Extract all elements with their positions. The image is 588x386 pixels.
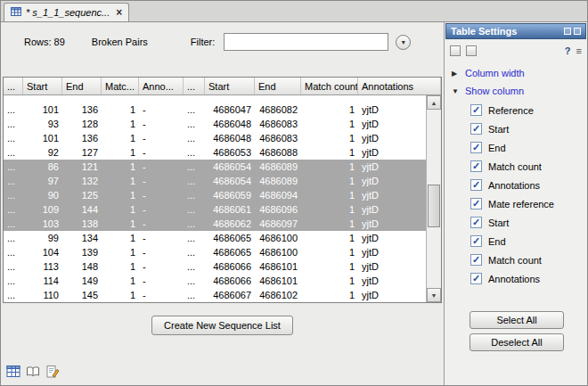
section-show-column[interactable]: ▼ Show column bbox=[450, 82, 584, 100]
show-column-list: ✓Reference✓Start✓End✓Match count✓Annotat… bbox=[450, 101, 584, 288]
table-cell: 1 bbox=[301, 174, 358, 188]
table-row[interactable]: ...1141491-...468606646861011yjtD bbox=[4, 274, 426, 288]
checkbox-icon[interactable]: ✓ bbox=[470, 123, 482, 135]
table-cell: 4686065 bbox=[205, 231, 255, 245]
table-cell: 4686054 bbox=[205, 160, 255, 174]
show-column-option-match-count[interactable]: ✓Match count bbox=[470, 157, 584, 176]
column-header[interactable]: ... bbox=[184, 78, 205, 94]
column-header[interactable]: End bbox=[62, 78, 102, 94]
table-cell: yjtD bbox=[358, 245, 426, 259]
table-cell: - bbox=[139, 160, 184, 174]
checkbox-icon[interactable]: ✓ bbox=[470, 198, 482, 209]
table-row[interactable]: ...921271-...468605346860881yjtD bbox=[4, 145, 426, 160]
table-cell: ... bbox=[4, 217, 23, 231]
show-column-option-start[interactable]: ✓Start bbox=[470, 119, 584, 138]
scrollbar-thumb[interactable] bbox=[428, 185, 440, 227]
deselect-all-button[interactable]: Deselect All bbox=[470, 333, 564, 351]
table-cell: 110 bbox=[23, 288, 62, 302]
table-row[interactable]: ...1011361-...468604646860811yjtD bbox=[4, 95, 426, 103]
column-header[interactable]: ... bbox=[4, 78, 23, 94]
show-column-option-match-count[interactable]: ✓Match count bbox=[470, 250, 584, 269]
table-row[interactable]: ...1011361-...468604846860831yjtD bbox=[4, 131, 426, 145]
close-icon[interactable]: × bbox=[114, 8, 122, 17]
table-cell: yjtD bbox=[358, 231, 426, 245]
checkbox-icon[interactable]: ✓ bbox=[470, 142, 482, 153]
column-header[interactable]: Annotations bbox=[358, 78, 441, 94]
table-row[interactable]: ...1101451-...468606746861021yjtD bbox=[4, 288, 426, 302]
column-header[interactable]: End bbox=[255, 78, 301, 94]
scroll-down-button[interactable]: ▼ bbox=[427, 288, 441, 302]
table-cell: 1 bbox=[301, 202, 358, 217]
table-cell: - bbox=[139, 131, 184, 145]
checkbox-icon[interactable]: ✓ bbox=[470, 217, 482, 228]
table-cell: - bbox=[139, 117, 184, 131]
column-header[interactable]: Matc... bbox=[102, 78, 139, 94]
filter-input[interactable] bbox=[224, 33, 388, 51]
tab-sequence-list[interactable]: * s_1_1_sequenc... × bbox=[4, 3, 129, 21]
table-cell: 4686066 bbox=[205, 259, 255, 274]
show-column-option-mate-reference[interactable]: ✓Mate reference bbox=[470, 194, 584, 213]
show-column-option-end[interactable]: ✓End bbox=[470, 232, 584, 250]
table-cell: ... bbox=[4, 245, 23, 259]
table-cell: - bbox=[139, 103, 184, 117]
table-cell: 127 bbox=[62, 145, 102, 160]
section-column-width[interactable]: ▶ Column width bbox=[450, 64, 584, 82]
checkbox-icon[interactable]: ✓ bbox=[470, 179, 482, 191]
table-row[interactable]: ...1031381-...468606246860971yjtD bbox=[4, 217, 426, 231]
table-cell: 97 bbox=[23, 174, 62, 188]
help-icon[interactable]: ? bbox=[565, 45, 571, 56]
table-cell: - bbox=[139, 288, 184, 302]
table-cell: 1 bbox=[102, 188, 139, 202]
table-row[interactable]: ...1011361-...468604746860821yjtD bbox=[4, 103, 426, 117]
table-row[interactable]: ...1091441-...468606146860961yjtD bbox=[4, 202, 426, 217]
column-header[interactable]: Start bbox=[205, 78, 255, 94]
panel-tool-pin-icon[interactable] bbox=[450, 45, 461, 56]
table-cell: ... bbox=[4, 160, 23, 174]
table-row[interactable]: ...1131481-...468606646861011yjtD bbox=[4, 259, 426, 274]
checkbox-icon[interactable]: ✓ bbox=[470, 104, 482, 116]
table-cell: 1 bbox=[102, 117, 139, 131]
panel-dock-icon[interactable] bbox=[564, 28, 571, 35]
show-column-option-end[interactable]: ✓End bbox=[470, 138, 584, 157]
column-header[interactable]: Match count bbox=[301, 78, 358, 94]
table-cell: 113 bbox=[23, 259, 62, 274]
table-cell: 101 bbox=[23, 103, 62, 117]
column-header[interactable]: Start bbox=[23, 78, 62, 94]
table-row[interactable]: ...991341-...468606546861001yjtD bbox=[4, 231, 426, 245]
save-settings-icon[interactable]: ≡ bbox=[576, 45, 582, 56]
chevron-right-icon: ▶ bbox=[452, 70, 460, 78]
table-cell: 99 bbox=[23, 231, 62, 245]
checkbox-icon[interactable]: ✓ bbox=[470, 273, 482, 284]
show-column-option-start[interactable]: ✓Start bbox=[470, 213, 584, 232]
table-cell: - bbox=[139, 231, 184, 245]
table-row[interactable]: ...901251-...468605946860941yjtD bbox=[4, 188, 426, 202]
checkbox-icon[interactable]: ✓ bbox=[470, 254, 482, 266]
table-row[interactable]: ...971321-...468605446860891yjtD bbox=[4, 174, 426, 188]
checkbox-icon[interactable]: ✓ bbox=[470, 160, 482, 172]
table-cell: 1 bbox=[102, 103, 139, 117]
create-new-sequence-list-button[interactable]: Create New Sequence List bbox=[151, 316, 293, 335]
table-view-button[interactable] bbox=[5, 365, 21, 381]
panel-float-icon[interactable] bbox=[574, 28, 581, 35]
element-info-view-button[interactable] bbox=[45, 365, 61, 381]
checkbox-icon[interactable]: ✓ bbox=[470, 235, 482, 247]
table-row[interactable]: ...931281-...468604846860831yjtD bbox=[4, 117, 426, 131]
scroll-up-button[interactable]: ▲ bbox=[427, 95, 441, 110]
table-cell: 92 bbox=[23, 145, 62, 160]
show-column-option-annotations[interactable]: ✓Annotations bbox=[470, 176, 584, 194]
show-column-option-reference[interactable]: ✓Reference bbox=[470, 101, 584, 119]
table-cell: 103 bbox=[23, 217, 62, 231]
table-row[interactable]: ...861211-...468605446860891yjtD bbox=[4, 160, 426, 174]
table-cell: yjtD bbox=[358, 259, 426, 274]
split-view-button[interactable] bbox=[25, 365, 41, 381]
section-label-column-width: Column width bbox=[465, 68, 525, 78]
table-cell: 4686102 bbox=[255, 288, 301, 302]
table-row[interactable]: ...1041391-...468606546861001yjtD bbox=[4, 245, 426, 259]
show-column-option-annotations[interactable]: ✓Annotations bbox=[470, 269, 584, 288]
vertical-scrollbar[interactable]: ▲ ▼ bbox=[426, 95, 441, 302]
select-all-button[interactable]: Select All bbox=[470, 311, 564, 329]
column-header[interactable]: Anno... bbox=[139, 78, 184, 94]
checkbox-label: Match count bbox=[488, 255, 542, 266]
panel-tool-layout-icon[interactable] bbox=[466, 45, 477, 56]
filter-options-button[interactable]: ▾ bbox=[396, 35, 411, 50]
